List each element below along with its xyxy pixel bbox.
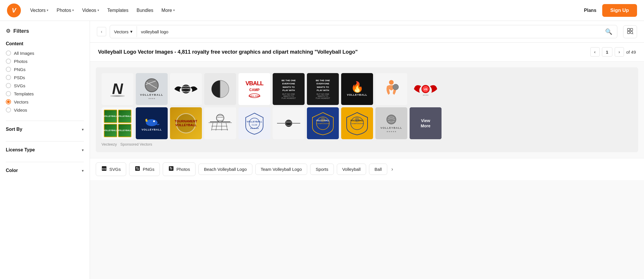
collapse-sidebar-button[interactable]: ‹ <box>97 27 106 36</box>
sort-by-section: Sort By ▾ <box>6 126 84 133</box>
chip-volleyball[interactable]: Volleyball <box>337 164 366 175</box>
gallery-item-person[interactable] <box>375 73 407 105</box>
collapse-icon: ‹ <box>101 29 102 34</box>
chip-volleyball-label: Volleyball <box>342 167 361 172</box>
gallery-row-2: VOLLEYBALL VOLLEYBALL VOLLEYBALL VOLLEYB… <box>102 107 632 139</box>
divider-3 <box>6 162 84 162</box>
more-chevron-icon: ▾ <box>173 8 175 12</box>
radio-photos[interactable]: Photos <box>6 59 84 64</box>
gallery-item-gray-vball[interactable]: VOLLEYBALL ★★★★★ <box>375 107 407 139</box>
chip-photos-label: Photos <box>176 167 190 172</box>
chip-ball[interactable]: Ball <box>369 164 387 175</box>
gallery-item-half-ball[interactable] <box>204 73 236 105</box>
search-button[interactable]: 🔍 <box>600 25 617 38</box>
prev-page-button[interactable]: ‹ <box>590 47 600 57</box>
radio-all-images[interactable]: All Images <box>6 50 84 56</box>
nav-vectors[interactable]: Vectors ▾ <box>27 6 52 15</box>
gallery-item-vball-camp[interactable]: VBALL CAMP VBALL CAMP <box>238 73 270 105</box>
content-area: ‹ Vectors ▾ 🔍 <box>90 21 644 279</box>
color-chevron-icon: ▾ <box>82 169 84 173</box>
radio-vectors[interactable]: Vectors <box>6 99 84 104</box>
chip-team-volleyball[interactable]: Team Volleyball Logo <box>255 164 307 175</box>
svg-point-19 <box>146 119 158 126</box>
photos-chevron-icon: ▾ <box>72 8 74 12</box>
gallery-item-horiz-ball[interactable] <box>273 107 305 139</box>
radio-circle-all-images <box>6 50 11 56</box>
svg-line-24 <box>216 123 217 131</box>
radio-svgs[interactable]: SVGs <box>6 83 84 88</box>
color-label: Color <box>6 168 18 173</box>
svg-point-54 <box>170 167 171 168</box>
logo[interactable]: V <box>7 3 21 17</box>
main-nav: Vectors ▾ Photos ▾ Videos ▾ Templates Bu… <box>27 6 584 15</box>
plans-link[interactable]: Plans <box>584 8 596 13</box>
svg-line-26 <box>226 123 227 131</box>
svg-line-23 <box>211 123 213 131</box>
radio-circle-photos <box>6 59 11 64</box>
image-search-icon <box>627 30 633 35</box>
sort-by-row[interactable]: Sort By ▾ <box>6 126 84 133</box>
radio-templates[interactable]: Templates <box>6 91 84 96</box>
svg-point-35 <box>285 120 292 127</box>
nav-bundles[interactable]: Bundles <box>133 6 157 15</box>
svg-text:VBALL CAMP: VBALL CAMP <box>249 95 260 97</box>
svg-text:★★★★: ★★★★ <box>423 94 428 96</box>
color-section: Color ▾ <box>6 167 84 174</box>
gallery-item-view-more[interactable]: ViewMore <box>410 107 442 139</box>
chip-pngs[interactable]: PNGs <box>129 162 160 176</box>
divider-2 <box>6 141 84 142</box>
license-type-row[interactable]: License Type ▾ <box>6 146 84 154</box>
search-input[interactable] <box>137 26 600 37</box>
search-bar-area: ‹ Vectors ▾ 🔍 <box>90 21 644 43</box>
gallery-item-wings[interactable] <box>170 73 202 105</box>
gallery-item-net-sketch[interactable] <box>204 107 236 139</box>
results-subtitle: - 4,811 royalty free vector graphics and… <box>174 49 358 55</box>
color-row[interactable]: Color ▾ <box>6 167 84 174</box>
chip-photos[interactable]: Photos <box>163 162 196 176</box>
sponsored-text: Vecteezy Sponsored Vectors <box>102 142 632 146</box>
gallery-item-be-one-1[interactable]: BE THE ONEEVERYONEWANTS TOPLAY WITH BUT … <box>273 73 305 105</box>
nav-templates[interactable]: Templates <box>104 6 132 15</box>
gallery-item-n-logo[interactable]: N <box>102 73 133 105</box>
main-layout: ⚙ Filters Content All Images Photos PNGs <box>0 21 644 279</box>
svg-rect-50 <box>136 169 138 170</box>
radio-videos[interactable]: Videos <box>6 107 84 113</box>
nav-videos[interactable]: Videos ▾ <box>79 6 103 15</box>
chips-arrow-right-icon[interactable]: › <box>391 166 393 172</box>
gallery-item-club-badge[interactable]: VOLLEYBALL CLUB ★★★★★ <box>238 107 270 139</box>
results-title: Volleyball Logo Vector Images <box>98 49 173 55</box>
gallery-item-green-badges[interactable]: VOLLEYBALL VOLLEYBALL VOLLEYBALL VOLLEYB… <box>102 107 133 139</box>
content-section: Content All Images Photos PNGs PSDs <box>6 41 84 113</box>
radio-psds[interactable]: PSDs <box>6 75 84 80</box>
svg-text:CLUB: CLUB <box>252 124 257 126</box>
vecteezy-label: Vecteezy <box>102 142 117 146</box>
gallery-item-champ-blue[interactable]: VOLLEYBALL CHAMPIONSHIP <box>307 107 339 139</box>
chip-sports[interactable]: Sports <box>310 164 334 175</box>
license-type-section: License Type ▾ <box>6 146 84 154</box>
gallery-item-be-one-2[interactable]: BE THE ONEEVERYONEWANTS TOPLAY WITH BUT … <box>307 73 339 105</box>
chip-beach-volleyball[interactable]: Beach Volleyball Logo <box>198 164 252 175</box>
gallery-item-vball-badge[interactable]: VOLLEYBALL ★★★★ <box>136 73 168 105</box>
sort-by-chevron-icon: ▾ <box>82 127 84 132</box>
gallery-item-red-wings[interactable]: VB ★★★★ <box>410 73 442 105</box>
gallery-item-champ-gold[interactable]: VOLLEYBALL CHAMPIONSHIP <box>341 107 373 139</box>
next-page-button[interactable]: › <box>615 47 624 57</box>
radio-pngs[interactable]: PNGs <box>6 67 84 72</box>
svg-text:CHAMPIONSHIP: CHAMPIONSHIP <box>316 123 329 124</box>
nav-photos[interactable]: Photos ▾ <box>53 6 77 15</box>
svg-chip-icon: SVG <box>101 166 107 173</box>
search-type-select[interactable]: Vectors ▾ <box>110 26 137 37</box>
image-search-button[interactable] <box>623 25 637 38</box>
chip-svgs-label: SVGs <box>109 167 121 172</box>
signup-button[interactable]: Sign Up <box>602 4 637 17</box>
gallery-item-gold-tournament[interactable]: TOURNAMENTVOLLEYBALL <box>170 107 202 139</box>
total-pages: of 49 <box>626 50 636 55</box>
svg-point-14 <box>393 84 399 90</box>
gallery-item-whale[interactable]: VOLLEYBALL <box>136 107 168 139</box>
sort-by-label: Sort By <box>6 127 22 132</box>
nav-more[interactable]: More ▾ <box>158 6 178 15</box>
gallery-item-fire[interactable]: 🔥 VOLLEYBALL <box>341 73 373 105</box>
chip-svgs[interactable]: SVG SVGs <box>96 162 126 176</box>
chip-pngs-label: PNGs <box>143 167 154 172</box>
header: V Vectors ▾ Photos ▾ Videos ▾ Templates … <box>0 0 644 21</box>
